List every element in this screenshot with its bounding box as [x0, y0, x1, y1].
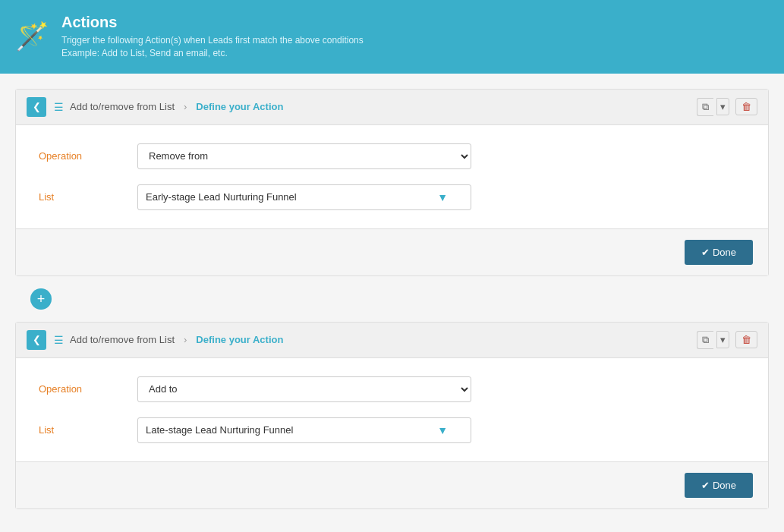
card-body-1: Operation Remove from Add to List Early-… — [16, 125, 768, 228]
operation-row-2: Operation Add to Remove from — [39, 376, 745, 402]
header-icon: 🪄 — [15, 23, 49, 50]
copy-dropdown-button-1[interactable]: ▾ — [716, 98, 729, 115]
header-subtitle: Trigger the following Action(s) when Lea… — [61, 34, 364, 60]
operation-select-1[interactable]: Remove from Add to — [137, 143, 471, 169]
operation-control-wrap-2: Add to Remove from — [137, 376, 745, 402]
list-row-1: List Early-stage Lead Nurturing Funnel ▼ — [39, 184, 745, 210]
list-select-display-1[interactable]: Early-stage Lead Nurturing Funnel ▼ — [137, 184, 471, 210]
header-text: Actions Trigger the following Action(s) … — [61, 14, 364, 60]
delete-button-2[interactable]: 🗑 — [735, 331, 757, 348]
action-card-1: ❮ ☰ Add to/remove from List › Define you… — [15, 89, 769, 276]
card-header-right-1: ⧉ ▾ 🗑 — [697, 98, 757, 116]
card-title-2: ☰ Add to/remove from List › Define your … — [54, 334, 283, 346]
operation-select-2[interactable]: Add to Remove from — [137, 376, 471, 402]
done-button-2[interactable]: ✔ Done — [685, 473, 753, 498]
breadcrumb-action-2: Define your Action — [196, 334, 283, 345]
breadcrumb-separator-2: › — [184, 334, 187, 345]
breadcrumb-action-1: Define your Action — [196, 101, 283, 112]
operation-label-2: Operation — [39, 383, 137, 395]
copy-button-1[interactable]: ⧉ — [697, 98, 713, 116]
page-header: 🪄 Actions Trigger the following Action(s… — [0, 0, 784, 74]
card-header-2: ❮ ☰ Add to/remove from List › Define you… — [16, 323, 768, 358]
card-header-right-2: ⧉ ▾ 🗑 — [697, 331, 757, 349]
card-title-1: ☰ Add to/remove from List › Define your … — [54, 101, 283, 113]
breadcrumb-prefix-2: Add to/remove from List — [70, 334, 175, 345]
card-body-2: Operation Add to Remove from List Late-s… — [16, 358, 768, 461]
add-action-area: + — [15, 276, 769, 322]
list-dropdown-arrow-1: ▼ — [437, 191, 448, 203]
breadcrumb-separator-1: › — [184, 101, 187, 112]
list-label-2: List — [39, 424, 137, 436]
add-action-button[interactable]: + — [30, 288, 52, 310]
card-header-left-1: ❮ ☰ Add to/remove from List › Define you… — [27, 97, 283, 117]
list-row-2: List Late-stage Lead Nurturing Funnel ▼ — [39, 417, 745, 443]
copy-button-2[interactable]: ⧉ — [697, 331, 713, 349]
collapse-button-1[interactable]: ❮ — [27, 97, 46, 117]
list-dropdown-arrow-2: ▼ — [437, 424, 448, 436]
list-control-wrap-1: Early-stage Lead Nurturing Funnel ▼ — [137, 184, 745, 210]
card-footer-1: ✔ Done — [16, 228, 768, 275]
operation-row-1: Operation Remove from Add to — [39, 143, 745, 169]
list-select-display-2[interactable]: Late-stage Lead Nurturing Funnel ▼ — [137, 417, 471, 443]
list-selected-value-2: Late-stage Lead Nurturing Funnel — [146, 424, 293, 436]
collapse-button-2[interactable]: ❮ — [27, 330, 46, 350]
done-button-1[interactable]: ✔ Done — [685, 240, 753, 265]
list-selected-value-1: Early-stage Lead Nurturing Funnel — [146, 191, 297, 203]
action-card-2: ❮ ☰ Add to/remove from List › Define you… — [15, 322, 769, 509]
list-label-1: List — [39, 191, 137, 203]
copy-dropdown-button-2[interactable]: ▾ — [716, 331, 729, 348]
card-header-1: ❮ ☰ Add to/remove from List › Define you… — [16, 90, 768, 125]
delete-button-1[interactable]: 🗑 — [735, 98, 757, 115]
main-content: ❮ ☰ Add to/remove from List › Define you… — [0, 74, 784, 524]
page-title: Actions — [61, 14, 364, 31]
operation-control-wrap-1: Remove from Add to — [137, 143, 745, 169]
list-icon-1: ☰ — [54, 101, 64, 113]
breadcrumb-prefix-1: Add to/remove from List — [70, 101, 175, 112]
list-select-wrapper-2[interactable]: Late-stage Lead Nurturing Funnel ▼ — [137, 417, 471, 443]
card-header-left-2: ❮ ☰ Add to/remove from List › Define you… — [27, 330, 283, 350]
list-select-wrapper-1[interactable]: Early-stage Lead Nurturing Funnel ▼ — [137, 184, 471, 210]
card-footer-2: ✔ Done — [16, 461, 768, 508]
operation-label-1: Operation — [39, 150, 137, 162]
list-icon-2: ☰ — [54, 334, 64, 346]
list-control-wrap-2: Late-stage Lead Nurturing Funnel ▼ — [137, 417, 745, 443]
